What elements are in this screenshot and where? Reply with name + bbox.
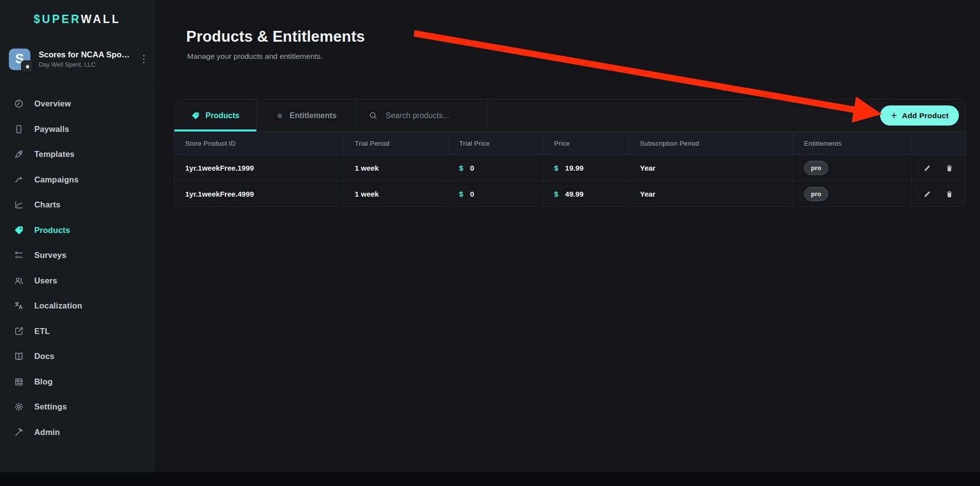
- currency-symbol: $: [459, 164, 463, 172]
- bottom-strip: [0, 472, 980, 486]
- sidebar-item-label: Localization: [34, 301, 82, 310]
- sidebar-item-admin[interactable]: Admin: [0, 420, 154, 445]
- workspace-menu-button[interactable]: [140, 53, 148, 66]
- column-header-actions: [911, 132, 965, 154]
- currency-symbol: $: [554, 164, 558, 172]
- search-box[interactable]: [356, 100, 488, 131]
- cell-trial-price: $0: [448, 181, 543, 206]
- sidebar-item-label: Templates: [34, 150, 74, 159]
- column-header-store-product-id: Store Product ID: [174, 132, 343, 154]
- sidebar-item-docs[interactable]: Docs: [0, 344, 154, 369]
- table-header: Store Product ID Trial Period Trial Pric…: [174, 132, 965, 154]
- sidebar-item-label: Admin: [34, 428, 60, 437]
- sidebar-item-label: Campaigns: [34, 175, 79, 184]
- table-body: 1yr.1weekFree.19991 week$0$19.99Yearpro1…: [174, 154, 965, 206]
- edit-product-button[interactable]: [922, 163, 932, 173]
- sidebar-item-campaigns[interactable]: Campaigns: [0, 167, 154, 193]
- tab-entitlements[interactable]: Entitlements: [257, 100, 356, 131]
- charts-icon: [14, 200, 24, 210]
- sidebar-item-label: Docs: [34, 352, 54, 361]
- cell-actions: [911, 155, 965, 180]
- tab-row: Products Entitlements Add Product: [174, 100, 965, 132]
- column-header-price: Price: [543, 132, 629, 154]
- column-header-entitlements: Entitlements: [793, 132, 911, 154]
- cell-trial-price-value: 0: [470, 164, 474, 172]
- sidebar-item-localization[interactable]: Localization: [0, 293, 154, 319]
- sidebar-item-label: Blog: [34, 377, 52, 386]
- workspace-selector[interactable]: S Scores for NCAA Spo… Day Well Spent, L…: [0, 39, 154, 79]
- sidebar-item-label: Settings: [34, 402, 67, 411]
- sidebar: $UPERWALL S Scores for NCAA Spo… Day Wel…: [0, 0, 155, 486]
- sidebar-item-users[interactable]: Users: [0, 268, 154, 294]
- sidebar-item-charts[interactable]: Charts: [0, 192, 154, 218]
- users-icon: [14, 276, 24, 286]
- logo-area: $UPERWALL: [0, 0, 154, 39]
- workspace-app-name: Scores for NCAA Spo…: [39, 50, 132, 59]
- tab-row-spacer: [488, 100, 880, 131]
- cell-price-value: 19.99: [565, 164, 584, 172]
- sidebar-item-paywalls[interactable]: Paywalls: [0, 117, 154, 142]
- delete-product-button[interactable]: [944, 189, 955, 199]
- tag-icon: [191, 111, 200, 120]
- star-icon: [275, 111, 284, 120]
- cell-price-value: 49.99: [565, 190, 584, 198]
- edit-product-button[interactable]: [922, 189, 932, 199]
- delete-product-button[interactable]: [944, 163, 955, 173]
- sidebar-item-products[interactable]: Products: [0, 218, 154, 243]
- cell-actions: [911, 181, 965, 206]
- admin-icon: [14, 427, 24, 437]
- cell-trial-period: 1 week: [343, 181, 448, 206]
- sidebar-item-label: ETL: [34, 327, 50, 336]
- cell-store-product-id: 1yr.1weekFree.1999: [174, 155, 343, 180]
- sidebar-item-label: Surveys: [34, 251, 67, 260]
- cell-trial-price-value: 0: [470, 190, 474, 198]
- app-icon: S: [9, 49, 30, 70]
- apple-icon: [24, 63, 30, 69]
- superwall-logo[interactable]: $UPERWALL: [34, 13, 121, 26]
- sidebar-item-blog[interactable]: Blog: [0, 369, 154, 395]
- page-title: Products & Entitlements: [186, 28, 365, 46]
- column-header-trial-price: Trial Price: [448, 132, 543, 154]
- sidebar-item-surveys[interactable]: Surveys: [0, 243, 154, 268]
- superwall-dashboard: $UPERWALL S Scores for NCAA Spo… Day Wel…: [0, 0, 980, 486]
- sidebar-item-overview[interactable]: Overview: [0, 91, 154, 117]
- search-icon: [368, 111, 378, 120]
- tab-products-label: Products: [205, 111, 239, 120]
- products-panel: Products Entitlements Add Product: [174, 99, 966, 207]
- sidebar-item-etl[interactable]: ETL: [0, 319, 154, 344]
- add-product-button[interactable]: Add Product: [880, 105, 959, 126]
- main-content: Products & Entitlements Manage your prod…: [155, 0, 980, 486]
- localization-icon: [14, 301, 24, 311]
- table-row[interactable]: 1yr.1weekFree.49991 week$0$49.99Yearpro: [174, 180, 965, 206]
- entitlement-badge: pro: [804, 161, 828, 175]
- column-header-subscription-period: Subscription Period: [629, 132, 793, 154]
- cell-subscription-period: Year: [629, 155, 793, 180]
- entitlement-badge: pro: [804, 187, 828, 201]
- overview-icon: [14, 99, 24, 109]
- sidebar-item-label: Overview: [34, 99, 71, 108]
- search-input[interactable]: [385, 111, 485, 121]
- sidebar-item-label: Products: [34, 226, 70, 235]
- cell-trial-price: $0: [448, 155, 543, 180]
- campaigns-icon: [14, 175, 24, 185]
- tab-products[interactable]: Products: [174, 100, 257, 131]
- currency-symbol: $: [554, 190, 558, 198]
- column-header-trial-period: Trial Period: [343, 132, 448, 154]
- cell-price: $49.99: [543, 181, 629, 206]
- tab-entitlements-label: Entitlements: [290, 111, 337, 120]
- cell-store-product-id: 1yr.1weekFree.4999: [174, 181, 343, 206]
- sidebar-item-templates[interactable]: Templates: [0, 142, 154, 167]
- surveys-icon: [14, 250, 24, 260]
- sidebar-item-settings[interactable]: Settings: [0, 394, 154, 420]
- sidebar-item-label: Paywalls: [34, 125, 69, 134]
- paywalls-icon: [14, 124, 24, 134]
- table-row[interactable]: 1yr.1weekFree.19991 week$0$19.99Yearpro: [174, 154, 965, 180]
- logo-rest-text: WALL: [81, 13, 121, 26]
- docs-icon: [14, 351, 24, 361]
- etl-icon: [14, 326, 24, 336]
- sidebar-nav: OverviewPaywallsTemplatesCampaignsCharts…: [0, 79, 154, 445]
- active-tab-underline: [174, 129, 256, 131]
- currency-symbol: $: [459, 190, 463, 198]
- add-product-label: Add Product: [902, 111, 949, 120]
- cell-subscription-period: Year: [629, 181, 793, 206]
